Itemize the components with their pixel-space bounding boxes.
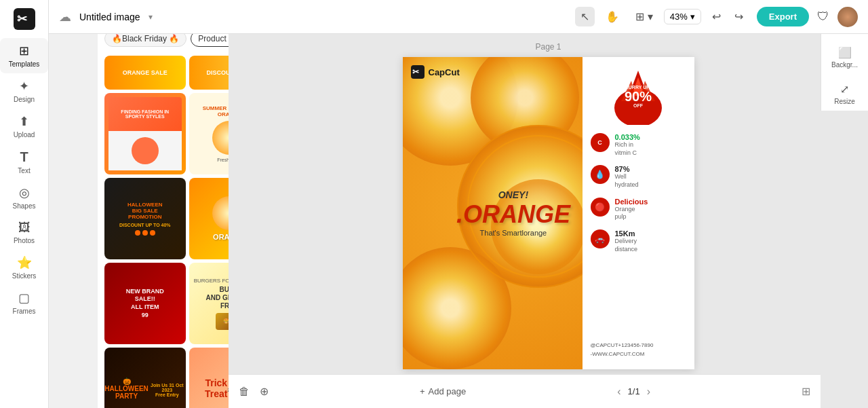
text-icon: T [20,149,28,165]
resize-panel-item[interactable]: ⤢ Resize [831,77,858,111]
stat-row-vitamin: C 0.033% Rich in vitmin C [591,133,686,157]
background-panel-item[interactable]: ⬜ Backgr... [829,41,861,74]
sidebar-item-shapes[interactable]: ◎ Shapes [0,180,48,215]
footer-info: @CAPCUT+123456-7890 -WWW.CAPCUT.COM [591,341,686,359]
sidebar-item-label: Stickers [12,272,37,280]
sidebar-item-photos[interactable]: 🖼 Photos [0,215,48,250]
shield-icon[interactable]: 🛡 [817,10,829,24]
topbar: ☁ Untitled image ▾ ↖ ✋ ⊞ ▾ 43% ▾ ↩ ↪ Exp… [49,0,868,34]
canvas[interactable]: ✂ CapCut ONEY! .ORANGE That's Smartloran… [403,57,694,369]
stat-content: 87% Well hydrated [615,165,686,189]
list-item[interactable]: ORANGE SALE [104,56,186,90]
stat-content: 15Km Delivery distance [615,229,686,253]
stat-value: 15Km [615,229,686,238]
bottom-bar: 🗑 ⊕ + Add page ‹ 1/1 › ⊞ [229,374,821,408]
cloud-icon: ☁ [59,10,71,24]
app-logo[interactable]: ✂ [12,7,37,31]
hand-tool-button[interactable]: ✋ [600,7,625,26]
right-panel: ⬜ Backgr... ⤢ Resize [821,34,868,111]
export-button[interactable]: Export [757,7,809,26]
product-text: ONEY! .ORANGE That's Smartlorange [456,189,570,237]
add-page-button[interactable]: + Add page [420,386,466,396]
stat-row-delivery: 🚗 15Km Delivery distance [591,229,686,253]
stat-content: Delicious Orange pulp [615,198,686,221]
stat-value: Delicious [615,198,686,206]
delivery-truck-icon: 🚗 [591,229,610,248]
sidebar-item-label: Text [18,167,30,174]
document-title: Untitled image [79,12,140,22]
discount-badge: HURRY UP! 90% OFF [611,67,665,122]
background-icon: ⬜ [838,46,852,59]
toolbar-tools: ↖ ✋ ⊞ ▾ 43% ▾ ↩ ↪ [575,7,748,26]
brand-name: CapCut [429,67,460,77]
tagline-bottom: That's Smartlorange [456,229,570,237]
stat-content: 0.033% Rich in vitmin C [615,133,686,157]
sidebar-item-design[interactable]: ✦ Design [0,73,48,109]
website: -WWW.CAPCUT.COM [591,350,686,359]
stat-label: Delivery distance [615,238,686,253]
sidebar-item-label: Photos [14,237,35,244]
stat-row-hydrated: 💧 87% Well hydrated [591,165,686,189]
expand-icon[interactable]: ⊞ [802,385,810,398]
list-item[interactable]: FINDING FASHION IN SPORTY STYLES [104,93,186,174]
sidebar-item-frames[interactable]: ▢ Frames [0,285,48,320]
svg-text:✂: ✂ [17,12,28,26]
page-navigation: ‹ 1/1 › [617,386,650,398]
zoom-control[interactable]: 43% ▾ [664,9,701,24]
stat-value: 87% [615,165,686,173]
undo-button[interactable]: ↩ [707,7,726,26]
stat-value: 0.033% [615,133,686,141]
resize-label: Resize [834,98,855,105]
list-item[interactable]: HALLOWEENBIG SALEPROMOTION DISCOUNT UP T… [104,178,186,259]
sidebar-item-text[interactable]: T Text [0,144,48,180]
select-tool-button[interactable]: ↖ [575,7,595,26]
brand-logo: ✂ CapCut [411,65,460,79]
background-label: Backgr... [831,61,858,69]
zoom-value: 43% [670,12,688,22]
discount-value: 90% [625,90,652,103]
list-item[interactable]: NEW BRANDSALE!!ALL ITEM99 [104,263,186,344]
zoom-chevron-icon: ▾ [690,12,695,22]
stat-label: Orange pulp [615,206,686,221]
add-page-label: Add page [429,386,467,396]
water-droplet-icon: 💧 [591,165,610,184]
sidebar-item-label: Upload [14,131,35,138]
title-chevron-icon[interactable]: ▾ [149,12,153,22]
page-counter: 1/1 [628,386,640,396]
svg-text:✂: ✂ [412,67,420,77]
sidebar-item-templates[interactable]: ⊞ Templates [0,38,48,73]
stat-label: Well hydrated [615,173,686,189]
stat-row-delicious: 🔴 Delicious Orange pulp [591,198,686,221]
stat-label: Rich in vitmin C [615,141,686,157]
frames-icon: ▢ [18,291,30,305]
sidebar-item-label: Templates [9,60,40,68]
sidebar-item-label: Frames [13,308,36,315]
sidebar-item-label: Shapes [13,202,36,210]
orange-pulp-icon: 🔴 [591,198,610,217]
undo-redo-group: ↩ ↪ [707,7,749,26]
prev-page-button[interactable]: ‹ [617,386,620,398]
design-icon: ✦ [19,79,29,94]
list-item[interactable]: 🎃 HALLOWEENPARTY Join Us 31 Oct 2023Free… [104,348,186,408]
photos-icon: 🖼 [18,221,31,235]
upload-icon: ⬆ [19,114,29,129]
add-page-icon: + [420,386,425,396]
duplicate-page-button[interactable]: ⊕ [260,385,269,398]
avatar[interactable] [837,7,858,27]
delete-page-button[interactable]: 🗑 [239,385,250,398]
shapes-icon: ◎ [19,185,30,200]
tagline-top: ONEY! [456,189,570,200]
resize-icon: ⤢ [840,83,849,96]
vitamin-c-icon: C [591,133,610,152]
next-page-button[interactable]: › [647,386,650,398]
redo-button[interactable]: ↪ [729,7,749,26]
sidebar-item-stickers[interactable]: ⭐ Stickers [0,250,48,285]
canvas-area: Page 1 ✂ CapCut ONEY! .ORANGE That's [229,34,868,408]
sidebar: ✂ ⊞ Templates ✦ Design ⬆ Upload T Text ◎… [0,0,49,408]
templates-icon: ⊞ [19,43,29,58]
social-handle: @CAPCUT+123456-7890 [591,341,686,350]
page-label: Page 1 [535,42,561,52]
frame-tool-button[interactable]: ⊞ ▾ [630,7,658,26]
info-panel: HURRY UP! 90% OFF C 0.033% Rich in vitmi… [583,57,694,369]
sidebar-item-upload[interactable]: ⬆ Upload [0,109,48,144]
